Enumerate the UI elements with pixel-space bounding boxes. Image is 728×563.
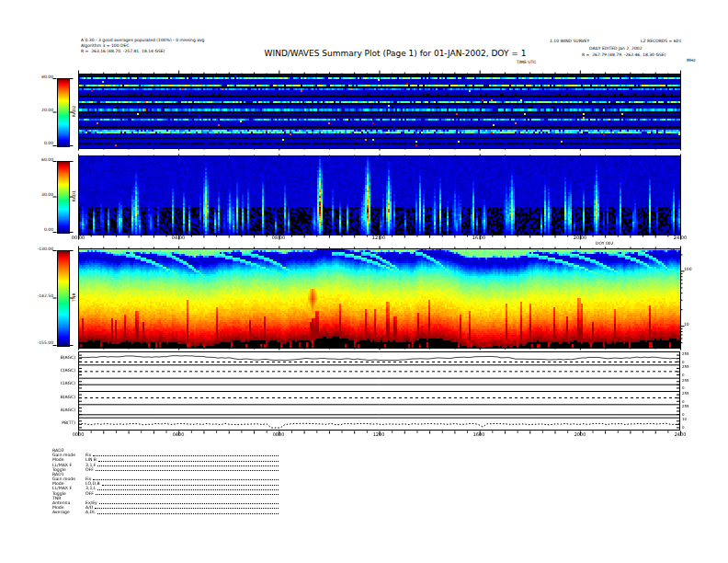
strip-3-max: 255	[682, 392, 689, 396]
strip-label-4: A(AGC)	[44, 408, 75, 413]
mid-axis-tick-0800: 08:00	[267, 236, 290, 240]
legend-row-label: Average	[52, 510, 85, 514]
mid-axis-tick-0000: 00:00	[66, 236, 90, 240]
bottom-axis-tick-1600: 1600	[467, 432, 491, 437]
bottom-axis-tick-0400: 0400	[166, 432, 190, 437]
legend-dot-leader	[96, 470, 279, 471]
strip-label-5: PB(TT)	[44, 421, 75, 426]
mid-axis-tick-1200: 12:00	[367, 236, 391, 240]
legend-dot-leader	[98, 461, 279, 462]
bottom-axis-tick-1200: 1200	[367, 432, 391, 437]
strip-1-min: 0	[682, 373, 685, 377]
doy-label: DOY 002	[596, 242, 614, 247]
strip-label-1: C(AGC)	[44, 369, 75, 373]
legend-row-value: A,DL	[85, 510, 96, 514]
mid-axis-tick-1600: 16:00	[467, 236, 491, 240]
strip-2-min: 0	[682, 386, 685, 390]
strip-1-max: 255	[682, 365, 689, 369]
strip-4-max: 255	[682, 405, 689, 408]
strip-label-0: B(AGC)	[44, 356, 75, 361]
legend-dot-leader	[102, 485, 279, 486]
strip-5-min: 0	[682, 426, 685, 430]
mid-axis-tick-0400: 04:00	[166, 236, 190, 240]
bottom-axis-tick-0800: 0800	[267, 432, 290, 437]
mid-axis-tick-2000: 20:00	[568, 236, 592, 240]
legend-dot-leader	[93, 455, 279, 456]
strip-5-max: 10	[682, 418, 687, 421]
legend-dot-leader	[95, 508, 279, 509]
legend-dot-leader	[97, 489, 279, 490]
strip-label-3: B(AGC)	[44, 396, 75, 400]
instrument-status-legend: RAD2 Gain modeFix ModeLIN B LL/MAX F3,1,…	[52, 448, 279, 515]
legend-dot-leader	[99, 503, 279, 504]
bottom-axis-tick-0000: 0000	[66, 432, 90, 437]
legend-dot-leader	[93, 479, 279, 480]
strip-0-max: 255	[682, 352, 689, 356]
legend-dot-leader	[96, 494, 279, 495]
mid-axis-tick-2400: 24:00	[668, 236, 692, 240]
bottom-axis-tick-2000: 2000	[568, 432, 592, 437]
tnr-freq-10-label: 10	[684, 323, 689, 327]
legend-dot-leader	[97, 465, 279, 466]
tnr-freq-100-label: 100	[684, 268, 692, 272]
legend-dot-leader	[97, 513, 279, 514]
strip-2-max: 255	[682, 379, 689, 383]
legend-row-value: OFF	[85, 491, 94, 496]
legend-row-value: OFF	[85, 467, 94, 472]
bottom-axis-tick-2400: 2400	[668, 432, 692, 437]
strip-label-2: C(AGC)	[44, 382, 75, 386]
waves-summary-plot-figure: A 0.30 - 3 good averages populated (100%…	[0, 0, 728, 563]
legend-row: AverageA,DL	[52, 510, 279, 514]
